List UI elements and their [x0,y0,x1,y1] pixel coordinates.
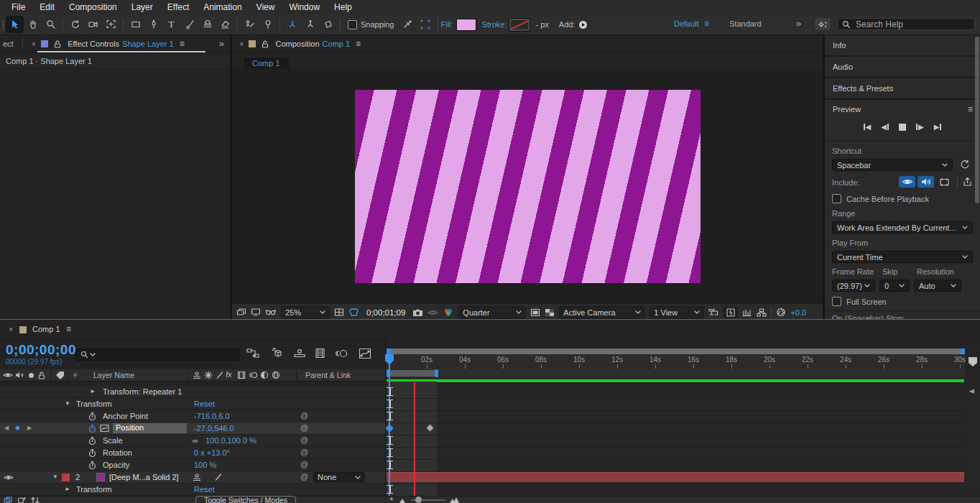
workspace-overflow-chevrons[interactable]: » [796,18,801,29]
target-region-icon[interactable] [530,308,540,317]
work-area-bar[interactable] [387,370,438,377]
snapshot-camera-icon[interactable] [412,308,423,317]
parent-link-column-label[interactable]: Parent & Link [305,371,351,379]
play-from-dropdown[interactable]: Current Time [832,251,973,263]
fill-label[interactable]: Fill: [441,20,453,29]
grid-guides-icon[interactable] [334,308,344,317]
adjustment-layer-switch-icon[interactable] [260,371,269,379]
stroke-swatch[interactable] [509,19,530,31]
panel-menu-icon[interactable]: ≡ [66,324,71,334]
workspace-settings-icon[interactable] [815,18,831,30]
position-value[interactable]: -27.0,546.0 [194,424,234,433]
row-transform-group[interactable]: ▼ Transform Reset [0,398,385,410]
previous-frame-button[interactable]: ◀ [881,123,889,131]
share-view-icon[interactable] [708,308,719,317]
stopwatch-icon[interactable] [88,448,97,458]
clone-stamp-tool-icon[interactable] [198,16,216,33]
play-button[interactable]: ▶ [916,123,924,131]
pickwhip-icon[interactable]: @ [300,411,308,420]
layer-name-column-label[interactable]: Layer Name [93,371,134,379]
solo-column-icon[interactable] [29,373,34,378]
pickwhip-icon[interactable]: @ [300,472,308,481]
timeline-search-box[interactable] [75,349,239,361]
info-panel-header[interactable]: Info [825,35,980,57]
lock-icon[interactable] [53,40,62,49]
first-frame-button[interactable]: ◀ [864,123,872,131]
channels-icon[interactable] [443,308,454,317]
local-axis-mode-icon[interactable] [283,16,301,33]
row-layer2-transform[interactable]: ► Transform Reset [0,484,385,496]
puppet-pin-tool-icon[interactable] [259,16,277,33]
menu-animation[interactable]: Animation [196,2,249,12]
fx-switch-icon[interactable]: fx [226,370,232,379]
anchor-point-value[interactable]: -716.0,6.0 [194,412,230,420]
label-column-tag-icon[interactable] [55,371,65,379]
scroll-up-icon[interactable]: ▲ [389,495,394,502]
quality-switch-icon[interactable] [216,371,224,379]
expand-transfer-controls-icon[interactable] [17,497,27,503]
expand-inout-controls-icon[interactable] [31,497,40,503]
work-area-end-handle[interactable] [435,369,438,377]
workspace-standard[interactable]: Standard [729,19,762,28]
transform2-reset-link[interactable]: Reset [194,485,215,494]
timeline-tab-label[interactable]: Comp 1 [32,325,60,333]
pen-tool-icon[interactable] [144,16,162,33]
frame-blending-icon[interactable] [315,348,327,359]
audio-column-speaker-icon[interactable] [15,371,24,379]
camera-tool-icon[interactable] [84,16,102,33]
frame-rate-dropdown[interactable]: (29.97) [832,280,875,292]
right-panel-scrollbar[interactable] [975,37,979,203]
preview-resolution-dropdown[interactable]: Auto [914,280,961,292]
primary-viewer-icon[interactable] [251,308,261,317]
rotation-value[interactable]: 0 x +13.0° [194,448,230,457]
row-layer-2[interactable]: ▼ 2 [Deep M...a Solid 2] @ None [0,471,385,484]
composition-tab-target[interactable]: Comp 1 [323,40,351,48]
fill-swatch[interactable] [456,19,476,31]
frame-blend-switch-icon[interactable] [237,371,246,379]
workspace-default[interactable]: Default [674,19,699,28]
snap-along-edges-icon[interactable] [399,16,417,33]
pan-behind-tool-icon[interactable] [102,16,120,33]
draft-3d-icon[interactable] [270,348,283,359]
collapse-switch-icon[interactable] [204,371,213,379]
menu-edit[interactable]: Edit [32,2,62,12]
toggle-switches-modes-button[interactable]: Toggle Switches / Modes [195,496,296,503]
roto-brush-tool-icon[interactable] [241,16,259,33]
3d-layer-switch-icon[interactable] [272,371,280,379]
timeline-zoom-slider-handle[interactable] [415,497,422,503]
region-of-interest-icon[interactable] [348,308,359,317]
always-preview-icon[interactable] [236,308,246,317]
pickwhip-icon[interactable]: @ [300,460,308,469]
skip-dropdown[interactable]: 0 [879,280,910,292]
menu-view[interactable]: View [249,2,282,12]
preview-panel-header[interactable]: Preview ≡ [825,100,980,119]
shy-switch-icon[interactable] [193,371,201,379]
panel-menu-icon[interactable]: ≡ [356,39,361,49]
include-audio-icon[interactable] [917,176,934,188]
show-snapshot-icon[interactable] [427,308,438,317]
preview-menu-icon[interactable]: ≡ [968,104,973,114]
menu-composition[interactable]: Composition [62,2,124,12]
stopwatch-icon[interactable] [88,436,97,446]
3d-glasses-icon[interactable] [265,308,277,317]
layer-shy-switch-icon[interactable] [193,473,201,481]
brush-tool-icon[interactable] [180,16,198,33]
close-panel-icon[interactable]: × [6,325,16,333]
graph-editor-icon[interactable] [359,348,371,359]
stroke-label[interactable]: Stroke: [482,20,507,29]
constrain-link-icon[interactable]: ∞ [193,436,198,445]
menu-file[interactable]: File [4,2,32,12]
motion-blur-icon[interactable] [336,348,348,359]
layer-quality-switch-icon[interactable] [214,473,223,481]
effect-controls-tab-label[interactable]: Effect Controls [68,40,119,48]
adjust-exposure-icon[interactable] [724,307,738,318]
resolution-dropdown[interactable]: Quarter [458,306,526,319]
twirl-right-icon[interactable]: ► [90,388,96,394]
view-axis-mode-icon[interactable] [319,16,337,33]
shortcut-dropdown[interactable]: Spacebar [832,159,953,171]
opacity-value[interactable]: 100 % [194,461,216,469]
transform-reset-link[interactable]: Reset [194,400,215,408]
track-area[interactable]: 0s02s04s06s08s10s12s14s16s18s20s22s24s26… [385,340,980,496]
comp-marker-bin-icon[interactable] [967,356,979,367]
pickwhip-icon[interactable]: @ [300,448,308,456]
